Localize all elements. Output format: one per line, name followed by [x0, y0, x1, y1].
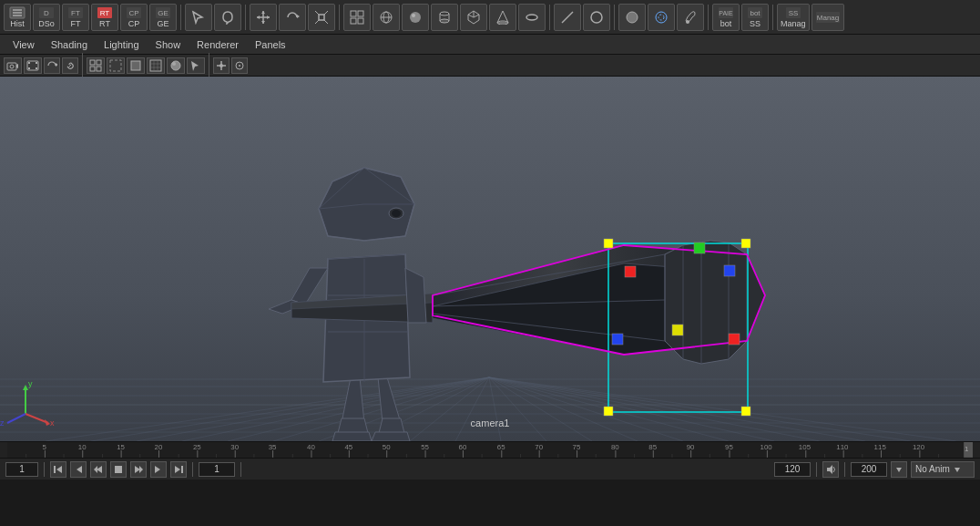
frame-start-input[interactable]: 1 — [199, 462, 235, 477]
measure-button[interactable] — [554, 4, 581, 31]
svg-rect-27 — [351, 11, 356, 16]
svg-rect-68 — [28, 62, 30, 64]
svg-text:Manag: Manag — [816, 14, 838, 22]
svg-rect-171 — [729, 334, 740, 345]
lasso-tool-button[interactable] — [214, 4, 241, 31]
history-button[interactable]: Hist — [4, 4, 31, 31]
select-tool-button[interactable] — [185, 4, 212, 31]
viewport[interactable]: y x z camera1 — [0, 77, 980, 441]
svg-rect-78 — [131, 61, 140, 70]
toolbar-separator-5 — [614, 5, 615, 30]
light-shading-btn[interactable] — [167, 57, 185, 74]
bot-button[interactable]: bot SS — [741, 4, 769, 31]
scale-tool-button[interactable] — [308, 4, 335, 31]
paint-button[interactable] — [677, 4, 704, 31]
go-to-end-btn[interactable] — [170, 461, 187, 478]
constraint-btn[interactable] — [231, 57, 248, 74]
frame-current-input[interactable] — [5, 462, 38, 477]
play-back-btn[interactable] — [90, 461, 107, 478]
svg-rect-184 — [7, 441, 973, 458]
bot-label: SS — [750, 19, 761, 28]
snap-btn[interactable] — [213, 57, 230, 74]
svg-point-34 — [410, 12, 421, 23]
bottom-sep-3 — [240, 462, 241, 477]
stop-btn[interactable] — [110, 461, 127, 478]
audio-btn[interactable] — [822, 461, 839, 478]
cone-button[interactable] — [489, 4, 516, 31]
anim-dropdown[interactable]: No Anim — [911, 461, 975, 478]
menu-shading[interactable]: Shading — [44, 37, 95, 52]
ss-label: Manag — [781, 19, 806, 28]
svg-text:5: 5 — [42, 443, 46, 451]
svg-marker-86 — [191, 61, 199, 71]
link-btn[interactable] — [62, 57, 78, 74]
ge-label: GE — [157, 19, 168, 28]
dso-label: DSo — [38, 19, 55, 28]
rotate-tool-button[interactable] — [279, 4, 306, 31]
step-back-btn[interactable] — [70, 461, 87, 478]
smooth-button[interactable] — [618, 4, 646, 31]
svg-point-55 — [686, 20, 689, 24]
refresh-btn[interactable] — [44, 57, 60, 74]
svg-rect-169 — [741, 407, 750, 416]
menu-show[interactable]: Show — [148, 37, 189, 52]
go-to-start-btn[interactable] — [50, 461, 66, 478]
svg-text:100: 100 — [761, 443, 773, 451]
wireframe-button[interactable] — [373, 4, 400, 31]
menu-panels[interactable]: Panels — [248, 37, 293, 52]
cylinder-button[interactable] — [431, 4, 458, 31]
dropdown-arrow-btn[interactable] — [891, 461, 907, 478]
select-mode-btn[interactable] — [187, 57, 205, 74]
dso-button[interactable]: D DSo — [33, 4, 60, 31]
svg-text:z: z — [0, 418, 5, 428]
rt-button[interactable]: RT RT — [91, 4, 118, 31]
svg-rect-170 — [625, 266, 636, 277]
grid-btn[interactable] — [87, 57, 105, 74]
cube-button[interactable] — [460, 4, 487, 31]
cp-button[interactable]: CP CP — [120, 4, 148, 31]
frame-end2-input[interactable]: 200 — [851, 462, 887, 477]
history-label: Hist — [10, 19, 25, 28]
menu-view[interactable]: View — [5, 37, 42, 52]
svg-marker-268 — [155, 466, 160, 473]
solid-btn[interactable] — [127, 57, 145, 74]
svg-text:20: 20 — [155, 443, 163, 451]
camera-btn[interactable] — [4, 57, 22, 74]
svg-point-35 — [412, 14, 415, 17]
ss-button[interactable]: SS Manag — [777, 4, 810, 31]
svg-text:SS: SS — [788, 9, 798, 17]
frame-end-input[interactable]: 120 — [774, 462, 811, 477]
svg-text:105: 105 — [799, 443, 812, 451]
paie-button[interactable]: PAIE bot — [712, 4, 740, 31]
render-shading-button[interactable] — [402, 4, 429, 31]
menu-lighting[interactable]: Lighting — [97, 37, 147, 52]
second-toolbar — [0, 55, 980, 77]
film-btn[interactable] — [24, 57, 42, 74]
svg-text:FT: FT — [71, 9, 80, 17]
ft-button[interactable]: FT FT — [62, 4, 89, 31]
svg-text:1: 1 — [965, 445, 968, 453]
play-fwd-btn[interactable] — [130, 461, 147, 478]
ruler-svg: 5 10 15 20 25 30 35 40 45 50 55 60 65 — [7, 441, 973, 458]
torus-button[interactable] — [518, 4, 546, 31]
svg-text:35: 35 — [269, 443, 277, 451]
step-fwd-btn[interactable] — [150, 461, 167, 478]
xray-button[interactable] — [648, 4, 675, 31]
paie-label: bot — [720, 19, 732, 28]
svg-text:70: 70 — [535, 443, 543, 451]
svg-rect-174 — [694, 242, 705, 253]
grid-display-button[interactable] — [343, 4, 371, 31]
svg-marker-17 — [261, 11, 265, 14]
texture-btn[interactable] — [147, 57, 165, 74]
move-tool-button[interactable] — [250, 4, 277, 31]
svg-marker-260 — [56, 466, 62, 473]
svg-marker-72 — [56, 63, 57, 67]
svg-line-25 — [315, 20, 319, 24]
timeline-ruler[interactable]: 5 10 15 20 25 30 35 40 45 50 55 60 65 — [0, 441, 980, 458]
circle-button[interactable] — [583, 4, 610, 31]
menu-renderer[interactable]: Renderer — [189, 37, 246, 52]
ge-button[interactable]: GE GE — [149, 4, 177, 31]
manage-button[interactable]: Manag — [812, 4, 844, 31]
svg-text:40: 40 — [307, 443, 315, 451]
wireframe-display-btn[interactable] — [107, 57, 125, 74]
